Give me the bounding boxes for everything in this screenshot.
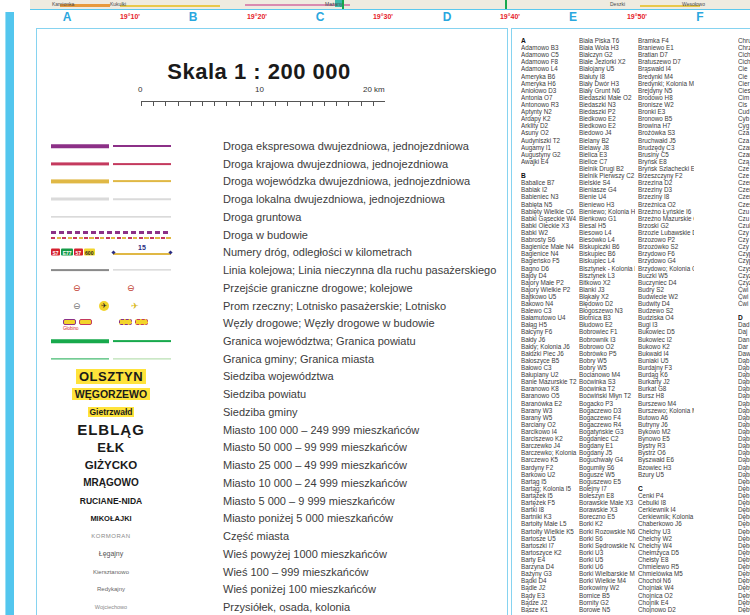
legend-row: ⊖✈✈Prom rzeczny; Lotnisko pasażerskie; L… (37, 297, 507, 315)
index-entry: Awajki E4 (521, 158, 577, 165)
index-entry: Boćwinka T2 (579, 385, 635, 392)
road-number-badge: 57 (74, 249, 83, 256)
index-entry: Brudzędy C3 (638, 144, 694, 151)
index-entry: Bronowo B5 (638, 115, 694, 122)
ferry-air-symbol: ⊖✈✈ (51, 297, 171, 315)
legend-row: Granica gminy; Granica miasta (37, 350, 507, 368)
index-entry: Dębo (738, 535, 750, 542)
grid-letter: C (316, 10, 325, 24)
line-segment (113, 270, 171, 271)
index-entry: Brożówka S3 (638, 129, 694, 136)
index-entry: Bienie U4 (579, 193, 635, 200)
index-entry: Borki Sędrowskie N2 (579, 542, 635, 549)
index-entry: Browina H7 (638, 122, 694, 129)
index-entry: Bobry W5 (579, 357, 635, 364)
index-entry: Bakowo N4 (521, 300, 577, 307)
legend-row: WĘGORZEWOSiedziba powiatu (37, 385, 507, 403)
index-entry: Babalice B7 (521, 179, 577, 186)
index-entry: Bagieńsko F5 (521, 257, 577, 264)
sample-symbol: MRĄGOWO (51, 474, 171, 492)
legend-row: GłobinoWęzły drogowe; Węzły drogowe w bu… (37, 314, 507, 332)
index-entry: Czu (738, 208, 750, 215)
index-entry: Dar (738, 343, 750, 350)
index-entry: Bramka F4 (638, 37, 694, 44)
index-section-letter: C (638, 485, 694, 492)
index-entry: Barczewko; Kolonia J4 (521, 449, 577, 456)
index-entry: Budwiecie W2 (638, 293, 694, 300)
settlement-sample: OLSZTYN (76, 369, 146, 384)
index-entry: Ameryka H6 (521, 80, 577, 87)
index-entry: Dąbr (738, 407, 750, 414)
index-entry: Boćwiński Młyn T2 (579, 392, 635, 399)
index-entry: Dęby (738, 577, 750, 584)
index-entry: Blanki J3 (579, 286, 635, 293)
index-entry: Bredynki; Kolonia M4 (638, 80, 694, 87)
index-entry: Bukowiec D5 (638, 328, 694, 335)
line-segment (113, 145, 171, 147)
ferry-icon: ⊖ (73, 301, 81, 310)
index-entry (738, 307, 750, 314)
index-entry: Banie Mazurskie T2 (521, 378, 577, 385)
grid-coordinate: 19°20' (247, 13, 267, 20)
index-entry: Bogacko P3 (579, 400, 635, 407)
index-entry: Babieniec N3 (521, 193, 577, 200)
index-entry: Dąbr (738, 392, 750, 399)
index-entry: Cich (738, 58, 750, 65)
index-entry: Bielica E3 (579, 151, 635, 158)
index-entry: Dąbr (738, 378, 750, 385)
national-symbol (51, 155, 171, 173)
index-entry: Bukowiec I2 (638, 336, 694, 343)
settlement-sample: ELBLĄG (77, 421, 145, 438)
index-entry: Bisztynek L3 (579, 272, 635, 279)
construction-expressway-dash (51, 231, 171, 234)
index-entry: Bredynki M4 (638, 73, 694, 80)
index-entry: Bratuszewo D7 (638, 58, 694, 65)
index-entry: Czys (738, 265, 750, 272)
index-entry: Bolejny I7 (579, 485, 635, 492)
sample-symbol: Łęgajny (51, 545, 171, 563)
sample-symbol: Wojciechowo (51, 598, 171, 615)
index-entry: Ćwi (738, 286, 750, 293)
legend-label: Miasto 5 000 – 9 999 mieszkańców (223, 495, 395, 507)
line-segment (113, 163, 171, 165)
map-place-label: Kukułki (110, 1, 126, 7)
line-segment (51, 358, 109, 359)
index-entry: Bartołty Małe L5 (521, 520, 577, 527)
index-column-4: ChruChrzCichCichCieCieCierCiesCimCisCudC… (738, 37, 750, 613)
legend-row: EŁKMiasto 50 000 – 99 999 mieszkańców (37, 438, 507, 456)
index-entry: Byszwałd E6 (638, 456, 694, 463)
sample-symbol: MIKOŁAJKI (51, 509, 171, 527)
legend-row: Droga w budowie (37, 226, 507, 244)
index-entry: Bajory Małe P2 (521, 279, 577, 286)
grid-coordinate: 19°40' (500, 13, 520, 20)
legend-label: Droga lokalna dwujezdniowa, jednojezdnio… (223, 193, 445, 205)
scale-label-end: 20 km (363, 85, 385, 94)
sample-symbol: OLSZTYN (51, 367, 171, 385)
legend-label: Droga krajowa dwujezdniowa, jednojezdnio… (223, 158, 448, 170)
index-entry: Czy (738, 236, 750, 243)
index-entry: Chru (738, 37, 750, 44)
index-entry: Brzydowo F6 (638, 250, 694, 257)
index-entry: Dębó (738, 542, 750, 549)
index-entry: Bugi I3 (638, 321, 694, 328)
index-entry: Biedowo J4 (579, 129, 635, 136)
index-entry: Dęby (738, 570, 750, 577)
legend-label: Węzły drogowe; Węzły drogowe w budowie (223, 317, 435, 329)
grid-letter: B (189, 10, 198, 24)
index-entry: Czar (738, 151, 750, 158)
index-entry: Brusiny C5 (638, 151, 694, 158)
index-entry: Bądze J2 (521, 599, 577, 606)
index-entry: Boleszyn E8 (579, 492, 635, 499)
junction-icon (79, 319, 92, 325)
legend-row: RUCIANE-NIDAMiasto 5 000 – 9 999 mieszka… (37, 492, 507, 510)
index-entry: Brąswałd I4 (638, 65, 694, 72)
index-entry: Cenki P4 (638, 492, 694, 499)
index-entry: Dęb (738, 485, 750, 492)
index-entry: Buczki W5 (638, 272, 694, 279)
sample-symbol: GIŻYCKO (51, 456, 171, 474)
index-entry: Biedaszki P2 (579, 108, 635, 115)
index-entry: Buczyniec D4 (638, 279, 694, 286)
index-entry: Biesal H5 (579, 222, 635, 229)
index-entry: Bobry W5 (579, 364, 635, 371)
index-entry: Burdąg K6 (638, 371, 694, 378)
